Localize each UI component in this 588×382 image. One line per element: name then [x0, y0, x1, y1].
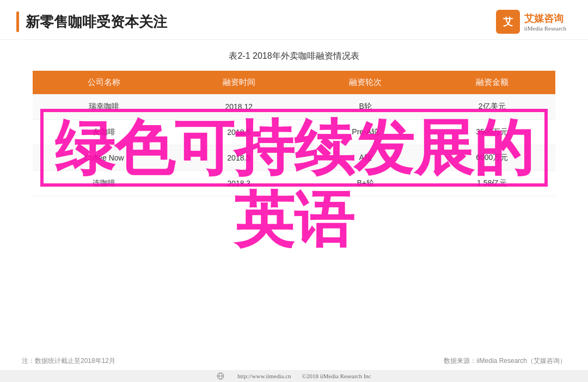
- table-cell: 3500万元: [428, 120, 555, 145]
- table-cell: B轮: [302, 94, 428, 120]
- table-cell: 瑞幸咖啡: [33, 94, 176, 120]
- table-cell: 2018.5: [176, 120, 302, 145]
- col-company: 公司名称: [33, 71, 176, 94]
- footer-note: 注：数据统计截止至2018年12月: [22, 356, 115, 366]
- logo-area: 艾 艾媒咨询 iiMedia Research: [496, 10, 566, 34]
- table-cell: Coffee Now: [33, 145, 176, 171]
- logo-text: 艾媒咨询 iiMedia Research: [524, 12, 566, 32]
- table-cell: 6000万元: [428, 145, 555, 171]
- header: 新零售咖啡受资本关注 艾 艾媒咨询 iiMedia Research: [0, 0, 588, 40]
- bottom-bar: http://www.iimedia.cn ©2018 iiMedia Rese…: [0, 370, 588, 382]
- table-row: Coffee Now2018.5A轮6000万元: [33, 145, 555, 171]
- footer-source: 数据来源：iiMedia Research（艾媒咨询）: [444, 356, 566, 366]
- logo-en-text: iiMedia Research: [524, 25, 566, 32]
- header-left: 新零售咖啡受资本关注: [16, 11, 167, 32]
- table-cell: 2018.5: [176, 145, 302, 171]
- table-cell: 2018.3: [176, 171, 302, 196]
- table-row: 友咖啡2018.5Pre-A轮3500万元: [33, 120, 555, 145]
- col-date: 融资时间: [176, 71, 302, 94]
- table-cell: Pre-A轮: [302, 120, 428, 145]
- table-title: 表2-1 2018年外卖咖啡融资情况表: [33, 51, 555, 62]
- table-row: 连咖啡2018.3B+轮1.58亿元: [33, 171, 555, 196]
- table-cell: 2亿美元: [428, 94, 555, 120]
- bottom-copyright: ©2018 iiMedia Research Inc: [302, 373, 371, 379]
- table-cell: 2018.12: [176, 94, 302, 120]
- bottom-url: http://www.iimedia.cn: [237, 373, 291, 379]
- table-cell: 1.58亿元: [428, 171, 555, 196]
- col-round: 融资轮次: [302, 71, 428, 94]
- logo-icon: 艾: [496, 10, 520, 34]
- table-cell: 连咖啡: [33, 171, 176, 196]
- page-title: 新零售咖啡受资本关注: [26, 13, 167, 32]
- table-cell: B+轮: [302, 171, 428, 196]
- col-amount: 融资金额: [428, 71, 555, 94]
- globe-icon: [217, 372, 224, 380]
- footer: 注：数据统计截止至2018年12月 数据来源：iiMedia Research（…: [0, 356, 588, 366]
- table-cell: 友咖啡: [33, 120, 176, 145]
- table-header-row: 公司名称 融资时间 融资轮次 融资金额: [33, 71, 555, 94]
- logo-cn-text: 艾媒咨询: [524, 12, 564, 25]
- table-row: 瑞幸咖啡2018.12B轮2亿美元: [33, 94, 555, 120]
- main-content: 表2-1 2018年外卖咖啡融资情况表 公司名称 融资时间 融资轮次 融资金额 …: [0, 40, 588, 202]
- header-accent-bar: [16, 11, 19, 32]
- table-cell: A轮: [302, 145, 428, 171]
- funding-table: 公司名称 融资时间 融资轮次 融资金额 瑞幸咖啡2018.12B轮2亿美元友咖啡…: [33, 71, 555, 196]
